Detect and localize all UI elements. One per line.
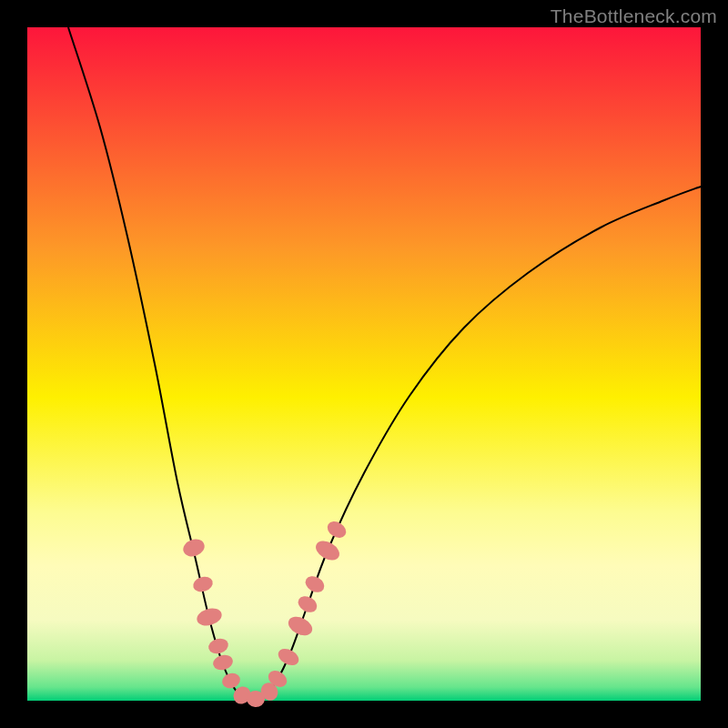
bottleneck-curve (68, 27, 701, 702)
curve-bead (207, 636, 229, 655)
curve-bead (195, 605, 224, 628)
curve-bead (324, 518, 349, 541)
watermark-text: TheBottleneck.com (551, 5, 717, 27)
chart-frame: TheBottleneck.com (0, 0, 728, 728)
curve-bead (285, 613, 315, 640)
curve-layer (27, 27, 701, 701)
curve-bead (302, 573, 327, 596)
curve-bead (181, 536, 207, 559)
curve-bead (211, 652, 234, 672)
curve-bead (276, 645, 302, 668)
curve-bead (295, 593, 319, 616)
curve-beads (181, 518, 349, 707)
curve-bead (191, 574, 215, 594)
curve-bead (312, 537, 342, 564)
